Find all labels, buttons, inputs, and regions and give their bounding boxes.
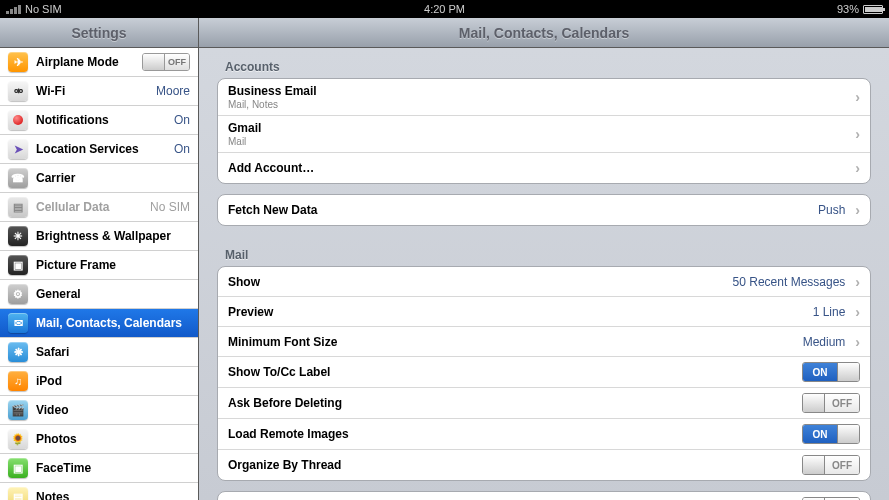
row-show-to-cc[interactable]: Show To/Cc LabelON bbox=[218, 357, 870, 388]
sidebar-item-value: Moore bbox=[156, 84, 190, 98]
notes-icon: ▤ bbox=[8, 487, 28, 500]
sidebar-item-notifications[interactable]: NotificationsOn bbox=[0, 106, 198, 135]
row-organize-by-thread[interactable]: Organize By ThreadOFF bbox=[218, 450, 870, 480]
row-title: Show To/Cc Label bbox=[228, 365, 802, 379]
row-gmail[interactable]: GmailMail› bbox=[218, 116, 870, 153]
row-title: Minimum Font Size bbox=[228, 335, 803, 349]
device-frame: No SIM 4:20 PM 93% Settings ✈Airplane Mo… bbox=[0, 0, 889, 500]
row-show[interactable]: Show50 Recent Messages› bbox=[218, 267, 870, 297]
chevron-right-icon: › bbox=[855, 126, 860, 142]
sidebar-item-general[interactable]: ⚙General bbox=[0, 280, 198, 309]
settings-group: Always Bcc MyselfOFF bbox=[217, 491, 871, 500]
sidebar-item-label: Brightness & Wallpaper bbox=[36, 229, 190, 243]
row-value: Medium bbox=[803, 335, 846, 349]
settings-group: Business EmailMail, Notes›GmailMail›Add … bbox=[217, 78, 871, 184]
chevron-right-icon: › bbox=[855, 274, 860, 290]
row-ask-before-deleting[interactable]: Ask Before DeletingOFF bbox=[218, 388, 870, 419]
row-value: Push bbox=[818, 203, 845, 217]
sidebar: Settings ✈Airplane ModeOFF⚮Wi-FiMooreNot… bbox=[0, 18, 199, 500]
sidebar-item-label: Video bbox=[36, 403, 190, 417]
detail-title: Mail, Contacts, Calendars bbox=[199, 18, 889, 48]
row-load-remote-images[interactable]: Load Remote ImagesON bbox=[218, 419, 870, 450]
chevron-right-icon: › bbox=[855, 160, 860, 176]
carrier-icon: ☎ bbox=[8, 168, 28, 188]
sidebar-item-label: Wi-Fi bbox=[36, 84, 148, 98]
detail-scroll[interactable]: AccountsBusiness EmailMail, Notes›GmailM… bbox=[199, 48, 889, 500]
row-title: Preview bbox=[228, 305, 813, 319]
sidebar-item-notes[interactable]: ▤Notes bbox=[0, 483, 198, 500]
sidebar-item-value: On bbox=[174, 113, 190, 127]
sidebar-item-ipod[interactable]: ♫iPod bbox=[0, 367, 198, 396]
row-preview[interactable]: Preview1 Line› bbox=[218, 297, 870, 327]
row-title: Add Account… bbox=[228, 161, 851, 175]
organize-by-thread-switch[interactable]: OFF bbox=[802, 455, 860, 475]
sidebar-item-facetime[interactable]: ▣FaceTime bbox=[0, 454, 198, 483]
ask-before-deleting-switch[interactable]: OFF bbox=[802, 393, 860, 413]
sidebar-item-label: Carrier bbox=[36, 171, 190, 185]
chevron-right-icon: › bbox=[855, 304, 860, 320]
sidebar-item-label: Picture Frame bbox=[36, 258, 190, 272]
sidebar-item-label: Airplane Mode bbox=[36, 55, 134, 69]
row-subtitle: Mail, Notes bbox=[228, 99, 851, 110]
row-value: 1 Line bbox=[813, 305, 846, 319]
row-title: Ask Before Deleting bbox=[228, 396, 802, 410]
row-always-bcc[interactable]: Always Bcc MyselfOFF bbox=[218, 492, 870, 500]
row-title: Show bbox=[228, 275, 733, 289]
pictureframe-icon: ▣ bbox=[8, 255, 28, 275]
sidebar-item-label: Photos bbox=[36, 432, 190, 446]
content-panel: Mail, Contacts, Calendars AccountsBusine… bbox=[199, 18, 889, 500]
ipod-icon: ♫ bbox=[8, 371, 28, 391]
general-icon: ⚙ bbox=[8, 284, 28, 304]
row-business-email[interactable]: Business EmailMail, Notes› bbox=[218, 79, 870, 116]
sidebar-item-label: FaceTime bbox=[36, 461, 190, 475]
sidebar-item-label: Notifications bbox=[36, 113, 166, 127]
notifications-icon bbox=[8, 110, 28, 130]
sidebar-item-label: Mail, Contacts, Calendars bbox=[36, 316, 190, 330]
sidebar-item-brightness[interactable]: ☀Brightness & Wallpaper bbox=[0, 222, 198, 251]
mail-icon: ✉ bbox=[8, 313, 28, 333]
sidebar-item-value: No SIM bbox=[150, 200, 190, 214]
load-remote-images-switch[interactable]: ON bbox=[802, 424, 860, 444]
row-subtitle: Mail bbox=[228, 136, 851, 147]
section-header: Mail bbox=[217, 236, 871, 266]
row-add-account[interactable]: Add Account…› bbox=[218, 153, 870, 183]
battery-pct: 93% bbox=[837, 3, 859, 15]
row-title: Load Remote Images bbox=[228, 427, 802, 441]
sidebar-item-wifi[interactable]: ⚮Wi-FiMoore bbox=[0, 77, 198, 106]
sidebar-item-label: Location Services bbox=[36, 142, 166, 156]
sidebar-item-label: General bbox=[36, 287, 190, 301]
section-header: Accounts bbox=[217, 48, 871, 78]
airplane-icon: ✈ bbox=[8, 52, 28, 72]
sidebar-item-label: Notes bbox=[36, 490, 190, 500]
row-title: Business EmailMail, Notes bbox=[228, 84, 851, 110]
chevron-right-icon: › bbox=[855, 89, 860, 105]
sidebar-list[interactable]: ✈Airplane ModeOFF⚮Wi-FiMooreNotification… bbox=[0, 48, 198, 500]
row-value: 50 Recent Messages bbox=[733, 275, 846, 289]
sidebar-item-cellular: ▤Cellular DataNo SIM bbox=[0, 193, 198, 222]
row-min-font-size[interactable]: Minimum Font SizeMedium› bbox=[218, 327, 870, 357]
sidebar-title: Settings bbox=[0, 18, 198, 48]
sidebar-item-photos[interactable]: 🌻Photos bbox=[0, 425, 198, 454]
airplane-toggle[interactable]: OFF bbox=[142, 53, 190, 71]
sidebar-item-value: On bbox=[174, 142, 190, 156]
clock-label: 4:20 PM bbox=[424, 3, 465, 15]
wifi-icon: ⚮ bbox=[8, 81, 28, 101]
sidebar-item-video[interactable]: 🎬Video bbox=[0, 396, 198, 425]
row-fetch-new-data[interactable]: Fetch New DataPush› bbox=[218, 195, 870, 225]
sidebar-item-label: Cellular Data bbox=[36, 200, 142, 214]
cellular-icon: ▤ bbox=[8, 197, 28, 217]
settings-group: Show50 Recent Messages›Preview1 Line›Min… bbox=[217, 266, 871, 481]
sidebar-item-location[interactable]: ➤Location ServicesOn bbox=[0, 135, 198, 164]
sidebar-item-carrier[interactable]: ☎Carrier bbox=[0, 164, 198, 193]
sidebar-item-label: Safari bbox=[36, 345, 190, 359]
sidebar-item-safari[interactable]: ❋Safari bbox=[0, 338, 198, 367]
sidebar-item-mail[interactable]: ✉Mail, Contacts, Calendars bbox=[0, 309, 198, 338]
sidebar-item-airplane[interactable]: ✈Airplane ModeOFF bbox=[0, 48, 198, 77]
settings-group: Fetch New DataPush› bbox=[217, 194, 871, 226]
video-icon: 🎬 bbox=[8, 400, 28, 420]
row-title: Organize By Thread bbox=[228, 458, 802, 472]
location-icon: ➤ bbox=[8, 139, 28, 159]
show-to-cc-switch[interactable]: ON bbox=[802, 362, 860, 382]
chevron-right-icon: › bbox=[855, 202, 860, 218]
sidebar-item-pictureframe[interactable]: ▣Picture Frame bbox=[0, 251, 198, 280]
